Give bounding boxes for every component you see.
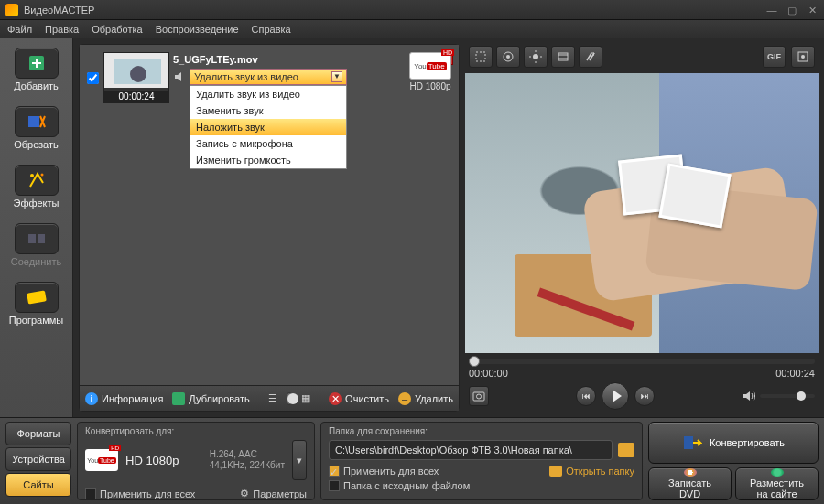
tab-devices[interactable]: Устройства [5,447,71,471]
convert-button[interactable]: Конвертировать [648,422,819,464]
dd-item-remove-audio[interactable]: Удалить звук из видео [190,86,346,102]
source-folder-checkbox[interactable]: Папка с исходным файлом [329,480,470,491]
dd-item-overlay-audio[interactable]: Наложить звук [190,119,346,135]
grid-view-icon[interactable]: ▦ [301,392,310,404]
filmstrip-button[interactable] [551,46,575,68]
svg-point-21 [477,394,482,399]
gear-icon: ⚙ [240,488,249,499]
scissors-icon [15,106,59,137]
save-apply-all-checkbox[interactable]: ✓Применить для всех [329,466,439,477]
thumb-duration: 00:00:24 [104,91,168,102]
sidebar-add[interactable]: Добавить [7,44,66,97]
playback-controls: 00:00:00 00:00:24 ⏮ ⏭ [465,357,819,412]
dropdown-list: Удалить звук из видео Заменить звук Нало… [190,85,347,169]
convert-icon [682,433,702,453]
clear-icon: ✕ [329,392,342,405]
menu-process[interactable]: Обработка [92,24,142,35]
upload-button[interactable]: Разместить на сайте [735,467,819,500]
list-view-icon[interactable]: ☰ [268,392,277,404]
svg-point-9 [506,55,510,59]
svg-rect-6 [27,290,47,304]
sparkle-icon [15,165,59,196]
time-total: 00:00:24 [775,368,815,379]
audio-action-dropdown[interactable]: Удалить звук из видео ▼ Удалить звук из … [190,69,347,85]
burn-dvd-button[interactable]: Записать DVD [648,467,732,500]
sidebar-label: Обрезать [14,139,59,150]
seek-slider[interactable] [469,359,815,364]
sidebar-programs[interactable]: Программы [7,278,66,331]
disc-icon [684,468,697,477]
gif-button[interactable]: GIF [763,46,786,68]
svg-rect-15 [558,53,568,60]
tab-formats[interactable]: Форматы [5,422,71,445]
app-title: ВидеоМАСТЕР [24,5,765,16]
save-panel: Папка для сохранения: C:\Users\birdf\Des… [320,422,643,500]
globe-icon [771,468,784,477]
youtube-icon: HDYouTube [85,449,118,471]
main-area: Добавить Обрезать Эффекты Соединить Прог… [0,38,824,417]
dd-item-change-volume[interactable]: Изменить громкость [190,152,346,168]
params-button[interactable]: ⚙Параметры [240,488,307,499]
dd-item-record-mic[interactable]: Запись с микрофона [190,135,346,152]
speed-button[interactable] [579,46,602,68]
save-path-field[interactable]: C:\Users\birdf\Desktop\Обзор ФТВ 3.0\Нов… [329,440,613,460]
codec-line2: 44,1KHz, 224Кбит [210,460,285,471]
bottom-bar: Форматы Устройства Сайты Конвертировать … [0,417,824,504]
file-checkbox[interactable] [87,72,99,84]
browse-folder-button[interactable] [618,443,634,457]
duplicate-button[interactable]: Дублировать [172,392,249,405]
time-current: 00:00:00 [469,368,508,379]
video-preview[interactable] [465,73,819,353]
clear-button[interactable]: ✕Очистить [329,392,389,405]
format-tabs: Форматы Устройства Сайты [5,422,71,500]
preset-dropdown-button[interactable]: ▾ [292,440,307,480]
youtube-icon: HDYouTube [409,52,451,80]
open-folder-button[interactable]: Открыть папку [549,466,634,477]
dd-item-replace-audio[interactable]: Заменить звук [190,102,346,119]
svg-point-3 [40,174,43,177]
sidebar: Добавить Обрезать Эффекты Соединить Прог… [0,38,73,417]
preview-toolbar: GIF [465,44,819,70]
file-row[interactable]: 00:00:24 5_UGFyLTEy.mov Удалить звук из … [83,48,455,107]
tab-sites[interactable]: Сайты [5,473,71,497]
menu-help[interactable]: Справка [252,24,291,35]
fullscreen-button[interactable] [791,46,815,68]
maximize-button[interactable]: ▢ [786,4,798,16]
close-button[interactable]: ✕ [806,4,819,16]
svg-point-19 [801,55,805,59]
next-button[interactable]: ⏭ [634,386,655,406]
volume-slider[interactable] [760,394,815,398]
sidebar-cut[interactable]: Обрезать [7,102,66,155]
app-logo-icon [5,4,18,16]
preset-name: HD 1080p [125,454,179,467]
save-label: Папка для сохранения: [329,426,634,436]
sidebar-join[interactable]: Соединить [7,220,66,273]
brightness-button[interactable] [524,46,548,68]
folder-icon [549,466,562,477]
volume-icon[interactable] [173,70,186,83]
delete-button[interactable]: –Удалить [398,392,453,405]
file-thumbnail[interactable]: 00:00:24 [103,52,169,103]
volume-icon[interactable] [742,389,756,403]
ticket-icon [15,282,59,313]
play-button[interactable] [602,382,629,410]
crop-button[interactable] [469,46,493,68]
sidebar-effects[interactable]: Эффекты [7,161,66,214]
sidebar-label: Программы [9,315,63,326]
dropdown-selected[interactable]: Удалить звук из видео ▼ [190,69,347,85]
minimize-button[interactable]: — [765,4,778,16]
snapshot-button[interactable] [469,386,489,406]
enhance-button[interactable] [496,46,520,68]
titlebar: ВидеоМАСТЕР — ▢ ✕ [0,0,824,20]
svg-rect-5 [38,234,45,243]
duplicate-icon [172,392,185,405]
info-button[interactable]: iИнформация [85,392,163,405]
menu-playback[interactable]: Воспроизведение [156,24,239,35]
prev-button[interactable]: ⏮ [576,386,596,406]
list-toolbar: iИнформация Дублировать ☰ ▦ ✕Очистить –У… [80,385,459,411]
view-toggle[interactable] [287,392,292,405]
menu-edit[interactable]: Правка [45,24,79,35]
apply-all-checkbox[interactable]: Применить для всех [85,488,195,499]
menu-file[interactable]: Файл [7,24,32,35]
sidebar-label: Эффекты [13,198,59,209]
